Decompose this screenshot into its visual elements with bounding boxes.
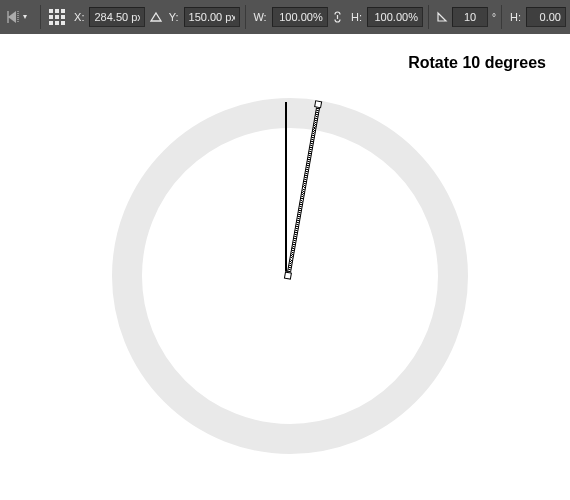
degree-symbol: ° xyxy=(490,12,496,23)
separator xyxy=(428,5,429,29)
x-label: X: xyxy=(71,11,87,23)
separator xyxy=(40,5,41,29)
separator xyxy=(501,5,502,29)
skew-h-input[interactable] xyxy=(526,7,566,27)
link-icon[interactable] xyxy=(330,4,346,30)
tool-presets-dropdown[interactable] xyxy=(4,4,35,30)
options-toolbar: X: Y: W: H: ° H: xyxy=(0,0,570,34)
w-value-input[interactable] xyxy=(272,7,328,27)
y-label: Y: xyxy=(166,11,182,23)
anchor-point-grid[interactable] xyxy=(46,4,69,30)
separator xyxy=(245,5,246,29)
y-value-input[interactable] xyxy=(184,7,240,27)
angle-value-input[interactable] xyxy=(452,7,488,27)
canvas-area[interactable] xyxy=(0,34,570,500)
rotate-icon[interactable] xyxy=(434,4,450,30)
transform-handle[interactable] xyxy=(284,272,292,280)
tick-original xyxy=(285,102,287,276)
h-value-input[interactable] xyxy=(367,7,423,27)
x-value-input[interactable] xyxy=(89,7,145,27)
transform-handle[interactable] xyxy=(314,100,322,108)
h-label: H: xyxy=(348,11,365,23)
delta-toggle-icon[interactable] xyxy=(147,4,163,30)
w-label: W: xyxy=(250,11,269,23)
skew-h-label: H: xyxy=(507,11,524,23)
